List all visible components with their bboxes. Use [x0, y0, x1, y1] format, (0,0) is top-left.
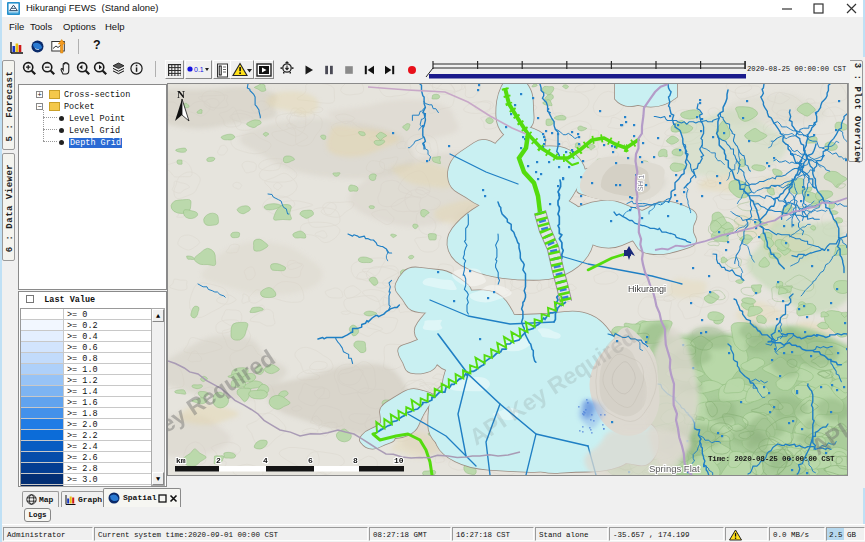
- svg-text:4: 4: [263, 456, 268, 465]
- svg-text:SH 1: SH 1: [636, 174, 646, 191]
- svg-text:6: 6: [308, 456, 313, 465]
- svg-text:8: 8: [353, 456, 358, 465]
- svg-text:km: km: [176, 456, 186, 465]
- svg-text:Time: 2020-08-25 00:00:00 CST: Time: 2020-08-25 00:00:00 CST: [708, 455, 835, 463]
- svg-text:2: 2: [216, 456, 221, 465]
- svg-text:N: N: [177, 88, 185, 100]
- svg-text:Springs Flat: Springs Flat: [649, 463, 700, 474]
- svg-text:Hikurangi: Hikurangi: [628, 284, 666, 294]
- svg-text:10: 10: [394, 456, 404, 465]
- svg-text:0.1: 0.1: [194, 66, 204, 73]
